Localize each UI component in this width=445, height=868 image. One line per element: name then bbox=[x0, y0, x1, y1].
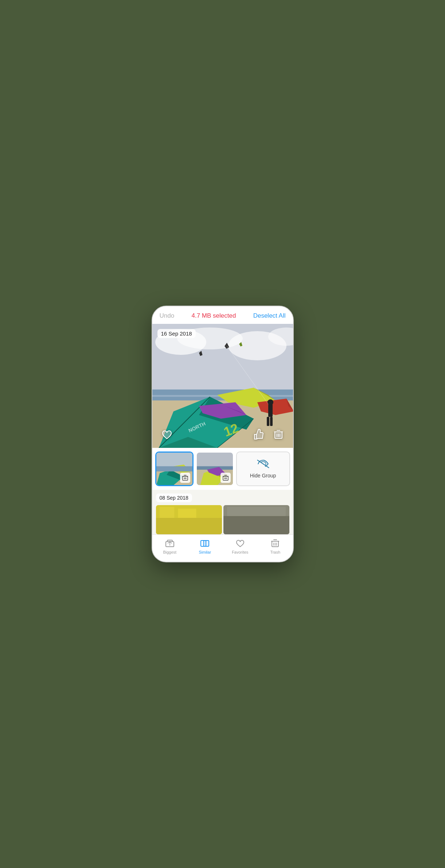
svg-rect-63 bbox=[227, 507, 286, 516]
tab-favorites[interactable]: Favorites bbox=[223, 538, 258, 554]
trash-button[interactable] bbox=[270, 427, 286, 443]
tab-favorites-label: Favorites bbox=[232, 550, 248, 554]
tab-trash[interactable]: Trash bbox=[258, 538, 293, 554]
svg-rect-58 bbox=[156, 518, 222, 534]
hide-group-button[interactable]: Hide Group bbox=[236, 452, 290, 486]
next-photo-2[interactable] bbox=[223, 505, 289, 534]
phone-frame: Undo 4.7 MB selected Deselect All 16 Sep… bbox=[152, 306, 294, 562]
tab-biggest-label: Biggest bbox=[163, 550, 176, 554]
svg-rect-40 bbox=[156, 466, 192, 471]
main-photo-date: 16 Sep 2018 bbox=[157, 329, 196, 338]
next-section-date: 08 Sep 2018 bbox=[156, 493, 192, 502]
biggest-icon bbox=[165, 538, 175, 549]
svg-rect-59 bbox=[160, 507, 174, 518]
thumbnail-strip: Hide Group bbox=[152, 448, 293, 490]
similar-icon bbox=[200, 538, 210, 549]
tab-trash-label: Trash bbox=[270, 550, 280, 554]
undo-button[interactable]: Undo bbox=[160, 312, 175, 319]
next-photo-1[interactable] bbox=[156, 505, 222, 534]
deselect-all-button[interactable]: Deselect All bbox=[253, 312, 286, 319]
tab-bar: Biggest Similar Favorites bbox=[152, 534, 293, 562]
thumbs-up-button[interactable] bbox=[251, 427, 267, 443]
svg-rect-22 bbox=[267, 417, 269, 426]
eye-slash-icon bbox=[257, 460, 270, 470]
svg-rect-23 bbox=[270, 417, 273, 426]
tab-similar[interactable]: Similar bbox=[187, 538, 223, 554]
thumbnail-2[interactable] bbox=[196, 452, 234, 486]
svg-rect-67 bbox=[204, 540, 209, 546]
trash-icon bbox=[270, 538, 280, 549]
hide-group-label: Hide Group bbox=[250, 473, 276, 478]
main-photo-container: 16 Sep 2018 bbox=[152, 324, 293, 448]
selected-size-label: 4.7 MB selected bbox=[191, 312, 236, 319]
action-buttons-right bbox=[251, 427, 286, 443]
heart-button[interactable] bbox=[159, 427, 175, 443]
svg-point-21 bbox=[268, 399, 273, 405]
tab-biggest[interactable]: Biggest bbox=[152, 538, 188, 554]
favorites-icon bbox=[235, 538, 245, 549]
photo-overlay bbox=[152, 427, 293, 443]
top-bar: Undo 4.7 MB selected Deselect All bbox=[152, 306, 293, 324]
svg-rect-62 bbox=[223, 516, 289, 534]
thumbnail-1[interactable] bbox=[155, 452, 194, 486]
thumb2-trash-badge bbox=[220, 473, 231, 483]
tab-similar-label: Similar bbox=[199, 550, 211, 554]
next-section: 08 Sep 2018 bbox=[152, 490, 293, 534]
svg-rect-20 bbox=[268, 404, 273, 417]
svg-rect-60 bbox=[178, 509, 196, 518]
thumb1-trash-badge bbox=[180, 473, 190, 483]
next-photo-row bbox=[156, 505, 289, 534]
